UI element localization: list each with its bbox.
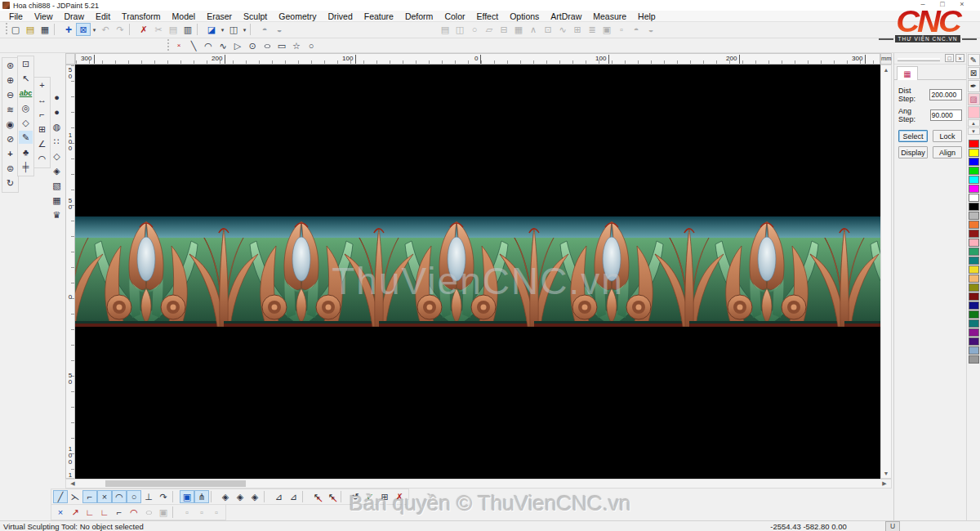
arc-tool[interactable]: ◠ xyxy=(201,39,216,52)
color-swatch[interactable] xyxy=(969,292,979,301)
close-marker[interactable]: × xyxy=(172,39,186,52)
sharp-corner[interactable]: ⌐ xyxy=(82,490,97,503)
scrollbar-thumb[interactable] xyxy=(105,480,246,487)
pencil-color[interactable]: ✎ xyxy=(968,54,980,66)
color-swatch[interactable] xyxy=(969,194,979,202)
delete[interactable]: ✗ xyxy=(136,23,151,36)
paste[interactable]: ▥ xyxy=(180,23,195,36)
pick-remove-b[interactable]: ↖ xyxy=(324,490,339,503)
menu-item[interactable]: Eraser xyxy=(201,11,238,21)
star-tool[interactable]: ☆ xyxy=(289,39,304,52)
menu-item[interactable]: Measure xyxy=(587,11,632,21)
color-swatch[interactable] xyxy=(969,185,979,193)
fill-color[interactable]: ◪ xyxy=(204,23,219,36)
color-swatch[interactable] xyxy=(969,149,979,157)
node-group[interactable]: ▫ xyxy=(614,23,629,36)
panel-button[interactable]: Select xyxy=(898,130,928,142)
panel-button[interactable]: Lock xyxy=(933,130,962,142)
pick-dropdown[interactable]: ▾ xyxy=(91,23,98,36)
current-swatch[interactable] xyxy=(968,106,980,118)
panel-restore[interactable]: □ xyxy=(945,54,954,62)
corner-l-a[interactable]: ∟ xyxy=(82,506,97,519)
array-copy[interactable]: ▤ xyxy=(438,23,452,36)
canvas-viewport[interactable]: ThuVienCNC.vn xyxy=(75,65,880,479)
flow-curve[interactable]: ∿ xyxy=(555,23,570,36)
color-swatch[interactable] xyxy=(969,248,979,256)
tangent-arc[interactable]: ↷ xyxy=(156,490,171,503)
scroll-down-arrow[interactable]: ▼ xyxy=(881,469,891,478)
color-swatch[interactable] xyxy=(969,221,979,229)
panel-header[interactable]: □× xyxy=(894,53,966,65)
height-gauge-tool[interactable]: ╪ xyxy=(19,160,33,173)
new-file[interactable]: ▢ xyxy=(8,23,23,36)
color-swatch[interactable] xyxy=(969,274,979,283)
menu-item[interactable]: Options xyxy=(504,11,545,21)
dome-dark[interactable]: ◒ xyxy=(644,23,658,36)
step-path[interactable]: ⌐ xyxy=(35,108,49,121)
field-input[interactable]: 90.000 xyxy=(930,109,962,121)
color-swatch[interactable] xyxy=(969,140,979,148)
flick-arrow[interactable]: ↗ xyxy=(68,506,82,519)
angle-measure[interactable]: ∠ xyxy=(35,137,49,150)
hatch-swatch[interactable]: ▨ xyxy=(968,93,980,105)
circle-center-tool[interactable]: ⊙ xyxy=(245,39,260,52)
color-swatch[interactable] xyxy=(969,266,979,274)
sheet-tool[interactable]: ◇ xyxy=(19,116,33,129)
pick-remove-a[interactable]: ↖ xyxy=(310,490,324,503)
zoom-in[interactable]: ⊕ xyxy=(3,74,17,87)
status-unit-badge[interactable]: U xyxy=(885,521,900,531)
cut[interactable]: ✂ xyxy=(151,23,166,36)
redo[interactable]: ↷ xyxy=(113,23,127,36)
grid-array[interactable]: ▦ xyxy=(511,23,526,36)
arc-sketch[interactable]: ◠ xyxy=(127,506,141,519)
palette-dots[interactable]: ∷ xyxy=(50,135,64,148)
color-swatch[interactable] xyxy=(969,337,979,346)
palette-scroll-down[interactable]: ▼ xyxy=(968,127,980,135)
group-box[interactable]: ▣ xyxy=(599,23,614,36)
flag-b[interactable]: ◈ xyxy=(50,164,64,177)
panel-tab[interactable]: ▦ xyxy=(897,66,918,80)
field-input[interactable]: 200.000 xyxy=(929,89,962,100)
zoom-out[interactable]: ⊖ xyxy=(3,88,17,101)
lamp-on[interactable]: ● xyxy=(50,91,64,104)
panel-button[interactable]: Align xyxy=(933,146,962,158)
ramp-a[interactable]: ⊿ xyxy=(271,490,286,503)
patch[interactable]: ⊡ xyxy=(541,23,555,36)
node-edit-tool[interactable]: ↖ xyxy=(19,72,33,85)
zoom-previous[interactable]: ≋ xyxy=(3,103,17,116)
shaded-view[interactable]: ◉ xyxy=(3,118,17,131)
color-swatch[interactable] xyxy=(969,355,979,364)
mirror[interactable]: ◫ xyxy=(452,23,467,36)
group-a[interactable]: ▫ xyxy=(180,506,194,519)
scroll-right-arrow[interactable]: ▶ xyxy=(880,480,889,488)
center-box[interactable]: ▣ xyxy=(156,506,171,519)
point-mode[interactable]: ▣ xyxy=(180,490,194,503)
lamp-alt[interactable]: ● xyxy=(50,105,64,118)
sculpt-pen-tool[interactable]: ✎ xyxy=(19,131,33,144)
span-measure[interactable]: ↔ xyxy=(35,93,49,106)
pick-box-tool[interactable]: ⊠ xyxy=(76,23,91,36)
model-object-tool[interactable]: ♣ xyxy=(19,145,33,158)
color-swatch[interactable] xyxy=(969,283,979,292)
zoom-window[interactable]: ⊛ xyxy=(3,59,17,72)
relief-dome-b[interactable]: ◒ xyxy=(272,23,287,36)
color-swatch[interactable] xyxy=(969,301,979,310)
menu-item[interactable]: View xyxy=(29,11,59,21)
view-dropdown[interactable]: ▾ xyxy=(241,23,248,36)
zoom-object[interactable]: ⊘ xyxy=(3,132,17,145)
rect-tool[interactable]: ▭ xyxy=(274,39,289,52)
vertical-scrollbar[interactable]: ▲ ▼ xyxy=(880,65,892,479)
open-file[interactable]: ▤ xyxy=(23,23,38,36)
hatch-fill[interactable]: ≣ xyxy=(585,23,599,36)
color-swatch[interactable] xyxy=(969,167,979,175)
no-color[interactable]: ⊠ xyxy=(968,67,980,79)
menu-item[interactable]: Draw xyxy=(59,11,91,21)
ellipse-tool[interactable]: ○ xyxy=(260,39,274,52)
skew[interactable]: ▱ xyxy=(482,23,497,36)
circle-blend[interactable]: ○ xyxy=(127,490,141,503)
copy[interactable]: ▤ xyxy=(166,23,180,36)
scroll-up-arrow[interactable]: ▲ xyxy=(881,65,891,74)
color-swatch[interactable] xyxy=(969,257,979,265)
menu-item[interactable]: ArtDraw xyxy=(545,11,587,21)
node-pull[interactable]: ⋋ xyxy=(68,490,82,503)
